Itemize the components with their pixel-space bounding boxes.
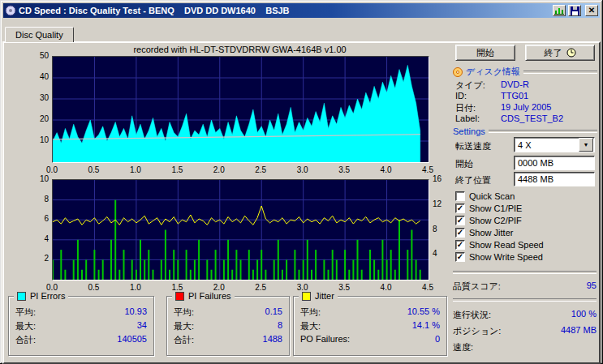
settings-header-label: Settings <box>453 126 485 136</box>
stat-value: 1488 <box>263 334 282 348</box>
y-axis-tick: 20 <box>28 114 49 124</box>
start-position-label: 開始 <box>455 158 473 170</box>
start-button-label: 開始 <box>476 47 494 59</box>
x-axis-tick: 4.0 <box>381 165 392 175</box>
y-axis-tick: 6 <box>28 214 49 224</box>
disc-date-value: 19 July 2005 <box>501 102 551 112</box>
stat-value: 14.1 % <box>412 320 440 334</box>
y-axis-tick: 8 <box>28 195 49 204</box>
x-axis-tick: 4.0 <box>381 283 392 293</box>
stat-value: 0 <box>435 334 440 348</box>
checkbox-label: Show C2/PIF <box>469 216 522 225</box>
y-axis-right-tick: 16 <box>433 174 441 184</box>
stat-row: 合計:1488 <box>174 334 282 348</box>
header-rule <box>489 130 597 133</box>
stat-row: 平均:0.15 <box>174 306 282 320</box>
save-icon-button[interactable] <box>568 5 581 16</box>
stat-label: 平均: <box>174 306 194 320</box>
checkbox-label: Show Read Speed <box>469 240 544 250</box>
disc-type-value: DVD-R <box>501 79 529 89</box>
stat-value: 0.15 <box>265 306 282 320</box>
x-axis-tick: 2.0 <box>213 165 225 175</box>
pi-failures-title-label: PI Failures <box>188 291 231 301</box>
disc-label-value: CDS_TEST_B2 <box>501 113 563 123</box>
y-axis-tick: 30 <box>28 93 49 103</box>
timer-icon <box>566 48 576 58</box>
progress-label: 進行状況: <box>453 309 491 321</box>
separator <box>453 298 597 302</box>
x-axis-tick: 4.5 <box>422 283 433 293</box>
separator <box>453 271 597 274</box>
stat-row: 最大:14.1 % <box>300 320 440 334</box>
disc-type-label: タイプ: <box>455 79 485 92</box>
pif-jitter-chart <box>52 179 429 280</box>
x-axis-tick: 1.0 <box>130 165 141 175</box>
start-button[interactable]: 開始 <box>455 45 515 61</box>
checkbox-show-jitter[interactable]: ✓ Show Jitter <box>455 228 513 238</box>
pi-failures-box-title: PI Failures <box>172 291 235 301</box>
chevron-down-icon[interactable]: ▼ <box>579 138 593 152</box>
checkbox-label: Quick Scan <box>469 191 515 201</box>
checkbox-show-read-speed[interactable]: ✓ Show Read Speed <box>455 240 544 250</box>
window-title: CD Speed : Disc Quality Test - BENQ DVD … <box>19 6 550 15</box>
chart-icon-button[interactable] <box>553 5 566 16</box>
settings-header: Settings <box>453 126 597 136</box>
disc-info-header: ディスク情報 <box>453 66 597 78</box>
jitter-title-label: Jitter <box>315 291 334 301</box>
exit-button[interactable]: 終了 <box>525 45 595 61</box>
titlebar: CD Speed : Disc Quality Test - BENQ DVD … <box>3 3 600 18</box>
checkbox-box[interactable]: ✓ <box>455 228 465 238</box>
stat-row: 合計:140505 <box>15 334 147 348</box>
y-axis-tick: 2 <box>28 254 49 263</box>
progress-value: 100 % <box>571 309 597 321</box>
checkbox-show-c2-pif[interactable]: ✓ Show C2/PIF <box>455 216 522 225</box>
check-icon: ✓ <box>457 241 463 249</box>
x-axis-tick: 2.5 <box>255 283 266 293</box>
y-axis-tick: 4 <box>28 234 49 244</box>
checkbox-box[interactable]: ✓ <box>455 240 465 250</box>
checkbox-box[interactable]: ✓ <box>455 203 465 213</box>
stat-label: PO Failures: <box>300 334 350 348</box>
y-axis-tick: 10 <box>28 174 49 184</box>
end-position-label: 終了位置 <box>455 174 491 186</box>
x-axis-tick: 4.5 <box>422 165 433 175</box>
close-icon: ✕ <box>588 6 595 15</box>
transfer-speed-select[interactable]: 4 X ▼ <box>514 137 595 152</box>
pi-errors-title-label: PI Errors <box>30 291 65 301</box>
y-axis-right-tick: 4 <box>433 249 437 259</box>
checkbox-show-c1-pie[interactable]: ✓ Show C1/PIE <box>455 203 522 213</box>
check-icon: ✓ <box>457 216 463 225</box>
quality-score-value: 95 <box>587 280 597 293</box>
y-axis-tick: 10 <box>28 135 49 145</box>
quality-score-row: 品質スコア: 95 <box>453 280 597 293</box>
main-panel: recorded with HL-DT-STDVDRRW GWA-4164B v… <box>2 41 601 364</box>
app-icon <box>5 5 16 16</box>
check-icon: ✓ <box>457 253 463 261</box>
checkbox-label: Show Jitter <box>469 228 513 238</box>
stat-value: 34 <box>137 320 147 334</box>
checkbox-box[interactable]: ✓ <box>455 252 465 262</box>
start-position-input[interactable]: 0000 MB <box>514 156 595 170</box>
stat-label: 最大: <box>15 320 36 334</box>
disc-info-header-label: ディスク情報 <box>466 66 520 78</box>
progress-row: 進行状況: 100 % <box>453 309 597 321</box>
checkbox-box[interactable]: ✓ <box>455 191 465 201</box>
speed-row: 速度: <box>453 341 597 353</box>
checkbox-quick-scan[interactable]: ✓ Quick Scan <box>455 191 515 201</box>
stat-row: 平均:10.93 <box>15 306 147 320</box>
speed-label: 速度: <box>453 341 473 353</box>
position-value: 4487 MB <box>561 325 597 337</box>
exit-button-label: 終了 <box>545 47 562 59</box>
end-position-input[interactable]: 4488 MB <box>514 172 595 186</box>
transfer-speed-label: 転送速度 <box>455 140 491 152</box>
tab-disc-quality[interactable]: Disc Quality <box>5 27 74 42</box>
close-button[interactable]: ✕ <box>585 5 598 16</box>
checkbox-box[interactable]: ✓ <box>455 216 465 225</box>
stat-label: 最大: <box>174 320 194 334</box>
stat-label: 最大: <box>300 320 321 334</box>
pi-errors-box: PI Errors 平均:10.93 最大:34 合計:140505 <box>8 296 154 356</box>
position-row: ポジション: 4487 MB <box>453 325 597 337</box>
pi-errors-legend-color <box>17 292 26 301</box>
x-axis-tick: 1.0 <box>130 283 141 293</box>
checkbox-show-write-speed[interactable]: ✓ Show Write Speed <box>455 252 543 262</box>
